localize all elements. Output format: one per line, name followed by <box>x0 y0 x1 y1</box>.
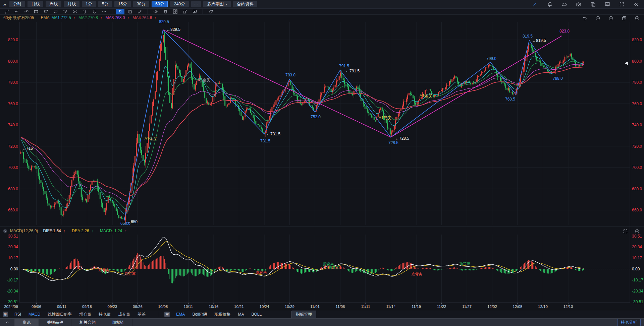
rectangle-icon[interactable] <box>32 9 40 14</box>
polyline-icon[interactable] <box>12 9 21 14</box>
arrow-up-icon[interactable] <box>80 9 89 14</box>
svg-text:680.0: 680.0 <box>632 187 642 191</box>
main-indicator-tab-现货价格[interactable]: 现货价格 <box>214 312 230 317</box>
svg-text:-30.51: -30.51 <box>632 300 643 304</box>
position-analysis-button[interactable]: 持仓分析 <box>617 319 641 326</box>
macd-legend: MACD(12,26,9)DIFF:1.64↑DEA:2.26↓MACD:-1.… <box>3 228 128 234</box>
svg-text:783.0: 783.0 <box>285 73 296 77</box>
timeframe-button-5分[interactable]: 5分 <box>98 1 112 7</box>
main-indicator-tab-MA[interactable]: MA <box>238 312 244 317</box>
sub-indicator-tab-MACD[interactable]: MACD <box>29 312 40 317</box>
expand-toolbar-icon[interactable]: » <box>3 1 6 7</box>
timeframe-button-240分[interactable]: 240分 <box>170 1 189 7</box>
magnet-icon[interactable] <box>116 9 124 14</box>
ma-value: MA3:768.0 <box>106 15 125 20</box>
footer-tab-相关合约[interactable]: 相关合约 <box>71 319 104 326</box>
ema-line-2 <box>21 61 584 209</box>
svg-text:12/10: 12/10 <box>538 305 548 309</box>
timeframe-label: 日线 <box>31 2 40 6</box>
indicator-settings-icon[interactable] <box>633 229 641 234</box>
chart-title: 60分 铁矿石2505 <box>3 15 34 21</box>
alert-bell-icon[interactable] <box>545 1 554 7</box>
timeframe-button-⋯[interactable]: ⋯ <box>191 1 201 7</box>
edit-drawing-icon[interactable] <box>136 9 144 14</box>
main-indicator-tab-BOLL[interactable]: BOLL <box>251 312 262 317</box>
more-tools-icon[interactable] <box>100 9 108 14</box>
timeframe-button-多周期图[interactable]: 多周期图▾ <box>203 1 231 7</box>
svg-text:-30.51: -30.51 <box>7 300 18 304</box>
svg-text:768.5: 768.5 <box>505 97 515 102</box>
delete-drawing-icon[interactable] <box>161 9 170 14</box>
visibility-icon[interactable] <box>152 9 160 14</box>
price-chart-canvas[interactable]: ←716←650←829.5←731.5←791.5←728.5←819.582… <box>0 15 644 310</box>
sub-indicator-tab-基差[interactable]: 基差 <box>138 312 146 317</box>
collapse-indicator-icon[interactable] <box>3 229 8 234</box>
timeframe-button-30分[interactable]: 30分 <box>133 1 149 7</box>
parallelogram-icon[interactable] <box>42 9 50 14</box>
sub-indicator-tab-持仓量[interactable]: 持仓量 <box>99 312 111 317</box>
wave-line-icon[interactable] <box>22 9 31 14</box>
timeframe-toolbar: » 分时日线周线月线1分5分15分30分60分240分⋯多周期图▾合约资料 <box>0 0 644 9</box>
fullscreen-icon[interactable] <box>618 1 626 7</box>
timeframe-button-周线[interactable]: 周线 <box>46 1 61 7</box>
expand-bottom-panel-icon[interactable] <box>0 320 14 325</box>
chart-settings-icon[interactable] <box>633 15 641 21</box>
indicator-maximize-icon[interactable] <box>621 229 630 234</box>
sub-indicator-tab-RSI[interactable]: RSI <box>14 312 21 317</box>
window-action-icons <box>531 1 641 7</box>
svg-text:10/24: 10/24 <box>260 305 269 309</box>
svg-text:-10.17: -10.17 <box>632 278 643 282</box>
arrow-down-icon[interactable] <box>90 9 99 14</box>
tag-icon[interactable] <box>207 9 215 14</box>
sub-indicator-tab-成交量[interactable]: 成交量 <box>118 312 130 317</box>
footer-tab-期权链[interactable]: 期权链 <box>104 319 132 326</box>
trendline-drawing[interactable] <box>163 30 562 137</box>
svg-text:819.5: 819.5 <box>523 34 533 39</box>
windows-icon[interactable] <box>589 1 597 7</box>
svg-text:720.0: 720.0 <box>632 144 642 149</box>
timeframe-button-合约资料[interactable]: 合约资料 <box>233 1 257 7</box>
svg-text:760.0: 760.0 <box>632 102 642 106</box>
svg-text:09/23: 09/23 <box>108 305 117 309</box>
main-indicator-tab-EMA[interactable]: EMA <box>176 312 185 317</box>
zoom-in-icon[interactable] <box>594 15 602 21</box>
timeframe-button-日线[interactable]: 日线 <box>28 1 43 7</box>
svg-text:A1金叉: A1金叉 <box>145 136 158 141</box>
wave-pattern-icon[interactable] <box>61 9 69 14</box>
timeframe-label: 15分 <box>118 2 127 6</box>
reset-view-icon[interactable] <box>620 15 628 21</box>
timeframe-button-月线[interactable]: 月线 <box>64 1 79 7</box>
timeframe-button-15分[interactable]: 15分 <box>114 1 130 7</box>
snapshot-camera-icon[interactable] <box>574 1 583 7</box>
svg-text:12/13: 12/13 <box>564 305 573 309</box>
toolbar-separator <box>112 9 112 14</box>
sub-indicator-tab-增仓量[interactable]: 增仓量 <box>79 312 91 317</box>
callout-icon[interactable] <box>51 9 60 14</box>
trend-line-icon[interactable] <box>3 9 11 14</box>
layout-icon[interactable] <box>171 9 179 14</box>
footer-tab-关联品种[interactable]: 关联品种 <box>39 319 71 326</box>
svg-text:720.0: 720.0 <box>8 144 18 149</box>
main-indicator-tab-Boll陷阱[interactable]: Boll陷阱 <box>192 312 207 317</box>
draw-mode-icon[interactable] <box>531 1 540 7</box>
wave-ratio-icon[interactable] <box>71 9 79 14</box>
svg-text:顶背离: 顶背离 <box>460 262 471 266</box>
timeframe-button-分时[interactable]: 分时 <box>9 1 25 7</box>
timeframe-label: 1分 <box>86 2 92 6</box>
cloud-icon[interactable] <box>560 1 569 7</box>
svg-text:-20.34: -20.34 <box>632 289 643 294</box>
footer-tab-资讯[interactable]: 资讯 <box>14 319 39 326</box>
ema-line-3 <box>21 64 584 202</box>
date-axis: 2024/0909/0609/1109/1809/2309/2610/0810/… <box>4 303 573 309</box>
indicator-manage-button[interactable]: 指标管理 <box>291 311 316 318</box>
undo-icon[interactable] <box>581 15 589 21</box>
timeframe-button-60分[interactable]: 60分 <box>152 1 168 7</box>
comment-icon[interactable] <box>191 9 199 14</box>
zoom-out-icon[interactable] <box>607 15 615 21</box>
export-icon[interactable] <box>181 9 189 14</box>
copy-drawing-icon[interactable] <box>126 9 134 14</box>
monitor-icon[interactable] <box>603 1 612 7</box>
timeframe-button-1分[interactable]: 1分 <box>82 1 96 7</box>
sub-indicator-tab-线性回归斜率[interactable]: 线性回归斜率 <box>48 312 72 317</box>
collapse-right-panel-icon[interactable] <box>632 1 641 7</box>
